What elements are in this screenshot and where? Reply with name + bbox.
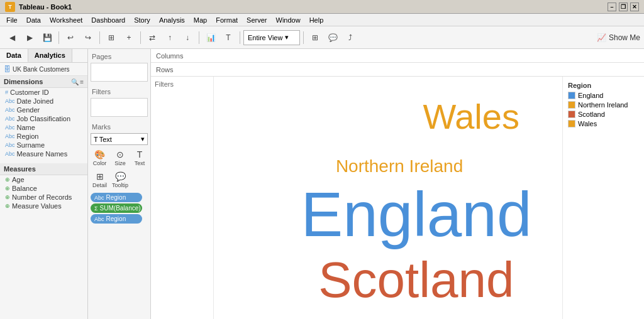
tooltip-button[interactable]: 💬 bbox=[325, 30, 341, 46]
size-label: Size bbox=[114, 160, 126, 166]
legend-item-label: England bbox=[578, 92, 603, 99]
show-me-button[interactable]: 📈 Show Me bbox=[597, 33, 640, 42]
restore-button[interactable]: ❐ bbox=[619, 3, 628, 11]
title-bar: T Tableau - Book1 – ❐ ✕ bbox=[0, 0, 644, 14]
menu-help[interactable]: Help bbox=[306, 15, 328, 25]
view-dropdown[interactable]: Entire View ▾ bbox=[243, 30, 300, 45]
save-button[interactable]: 💾 bbox=[39, 30, 55, 46]
legend-item-scotland: Scotland bbox=[568, 111, 639, 118]
detail-mark-button[interactable]: ⊞ Detail bbox=[91, 170, 109, 190]
measure-balance[interactable]: ⊕ Balance bbox=[0, 184, 87, 193]
pill-region-label-1: Region bbox=[106, 194, 126, 201]
region-scotland: Scotland bbox=[318, 251, 514, 309]
pill-abc-icon-1: Abc bbox=[94, 195, 104, 201]
dim-gender[interactable]: Abc Gender bbox=[0, 105, 87, 114]
back-button[interactable]: ◀ bbox=[4, 30, 20, 46]
menu-map[interactable]: Map bbox=[190, 15, 211, 25]
swap-button[interactable]: ⇄ bbox=[144, 30, 160, 46]
color-mark-button[interactable]: 🎨 Color bbox=[91, 148, 109, 168]
text-icon: T bbox=[137, 149, 143, 160]
legend-title: Region bbox=[568, 82, 639, 89]
measure-age[interactable]: ⊕ Age bbox=[0, 175, 87, 184]
detail-icon: ⊞ bbox=[96, 171, 104, 181]
dim-measure-names[interactable]: Abc Measure Names bbox=[0, 149, 87, 158]
rows-label: Rows bbox=[156, 66, 174, 73]
canvas-body: Filters WalesNorthern IrelandEnglandScot… bbox=[151, 77, 644, 319]
dim-name[interactable]: Abc Name bbox=[0, 123, 87, 132]
minimize-button[interactable]: – bbox=[608, 3, 616, 11]
dim-surname[interactable]: Abc Surname bbox=[0, 141, 87, 149]
window-title: Tableau - Book1 bbox=[19, 3, 72, 11]
menu-story[interactable]: Story bbox=[130, 15, 154, 25]
sort-desc-button[interactable]: ↓ bbox=[179, 30, 196, 46]
separator-5 bbox=[240, 31, 240, 44]
rows-shelf: Rows bbox=[151, 63, 644, 77]
marks-chevron-icon: ▾ bbox=[141, 135, 145, 143]
sort-asc-button[interactable]: ↑ bbox=[162, 30, 178, 46]
view-dropdown-label: Entire View bbox=[248, 34, 282, 41]
filters-panel-label: Filters bbox=[155, 80, 209, 88]
legend-item-label: Northern Ireland bbox=[578, 101, 628, 109]
dimensions-label: Dimensions bbox=[4, 78, 43, 85]
visualization-area: WalesNorthern IrelandEnglandScotland bbox=[214, 77, 562, 319]
dim-customer-id[interactable]: # Customer ID bbox=[0, 88, 87, 97]
search-icon[interactable]: 🔍 bbox=[71, 78, 79, 85]
mark-pill-region-2[interactable]: Abc Region bbox=[91, 214, 142, 224]
fix-size-button[interactable]: ⊞ bbox=[307, 30, 323, 46]
mark-pill-region-1[interactable]: Abc Region bbox=[91, 193, 142, 202]
forward-button[interactable]: ▶ bbox=[21, 30, 38, 46]
filters-panel: Filters bbox=[151, 77, 214, 319]
close-button[interactable]: ✕ bbox=[630, 3, 639, 11]
abc-icon-3: Abc bbox=[5, 116, 15, 122]
marks-section: Marks T Text ▾ 🎨 Color ⊙ Size T Text bbox=[91, 122, 148, 224]
mark-pill-sum-balance[interactable]: Σ SUM(Balance) bbox=[91, 203, 142, 213]
abc-icon-7: Abc bbox=[5, 151, 15, 157]
sort-icon[interactable]: ≡ bbox=[80, 78, 84, 85]
abc-icon-2: Abc bbox=[5, 107, 15, 113]
tab-data[interactable]: Data bbox=[0, 49, 28, 62]
region-wales: Wales bbox=[423, 96, 519, 137]
new-sheet-button[interactable]: + bbox=[121, 30, 137, 46]
label-button[interactable]: T bbox=[220, 30, 236, 46]
canvas-area: Columns Rows Filters WalesNorthern Irela… bbox=[151, 49, 644, 319]
text-mark-button[interactable]: T Text bbox=[131, 148, 148, 168]
share-button[interactable]: ⤴ bbox=[342, 30, 358, 46]
left-panel: Data Analytics 🗄 UK Bank Customers Dimen… bbox=[0, 49, 88, 319]
region-northern-ireland: Northern Ireland bbox=[336, 156, 463, 176]
marks-type-icon: T bbox=[94, 136, 98, 143]
menu-data[interactable]: Data bbox=[23, 15, 45, 25]
measure-icon-3: ⊕ bbox=[5, 194, 10, 200]
dim-date-joined[interactable]: Abc Date Joined bbox=[0, 97, 87, 105]
menu-analysis[interactable]: Analysis bbox=[155, 15, 189, 25]
dim-job-classification[interactable]: Abc Job Classification bbox=[0, 114, 87, 123]
size-mark-button[interactable]: ⊙ Size bbox=[110, 148, 130, 168]
data-source-row[interactable]: 🗄 UK Bank Customers bbox=[0, 63, 87, 76]
dim-region[interactable]: Abc Region bbox=[0, 132, 87, 141]
separator-1 bbox=[58, 31, 59, 44]
pill-sum-balance-label: SUM(Balance) bbox=[100, 205, 141, 212]
chart-type-button[interactable]: 📊 bbox=[203, 30, 219, 46]
menu-worksheet[interactable]: Worksheet bbox=[46, 15, 86, 25]
color-label: Color bbox=[93, 160, 107, 166]
menu-dashboard[interactable]: Dashboard bbox=[87, 15, 129, 25]
tab-analytics[interactable]: Analytics bbox=[28, 49, 72, 62]
undo-button[interactable]: ↩ bbox=[62, 30, 79, 46]
menu-window[interactable]: Window bbox=[272, 15, 304, 25]
redo-button[interactable]: ↪ bbox=[80, 30, 96, 46]
tooltip-mark-button[interactable]: 💬 Tooltip bbox=[110, 170, 130, 190]
measure-values[interactable]: ⊕ Measure Values bbox=[0, 202, 87, 210]
legend-color-swatch bbox=[568, 101, 575, 109]
tooltip-label: Tooltip bbox=[112, 182, 128, 188]
chart-icon: 📈 bbox=[597, 33, 606, 42]
columns-shelf: Columns bbox=[151, 49, 644, 63]
separator-3 bbox=[140, 31, 141, 44]
data-source-button[interactable]: ⊞ bbox=[103, 30, 119, 46]
measure-number-of-records[interactable]: ⊕ Number of Records bbox=[0, 193, 87, 202]
legend-item-northern-ireland: Northern Ireland bbox=[568, 101, 639, 109]
marks-type-dropdown[interactable]: T Text ▾ bbox=[91, 133, 148, 145]
menu-format[interactable]: Format bbox=[212, 15, 242, 25]
abc-icon-5: Abc bbox=[5, 133, 15, 139]
menu-server[interactable]: Server bbox=[243, 15, 270, 25]
region-england: England bbox=[301, 178, 532, 251]
menu-file[interactable]: File bbox=[3, 15, 21, 25]
